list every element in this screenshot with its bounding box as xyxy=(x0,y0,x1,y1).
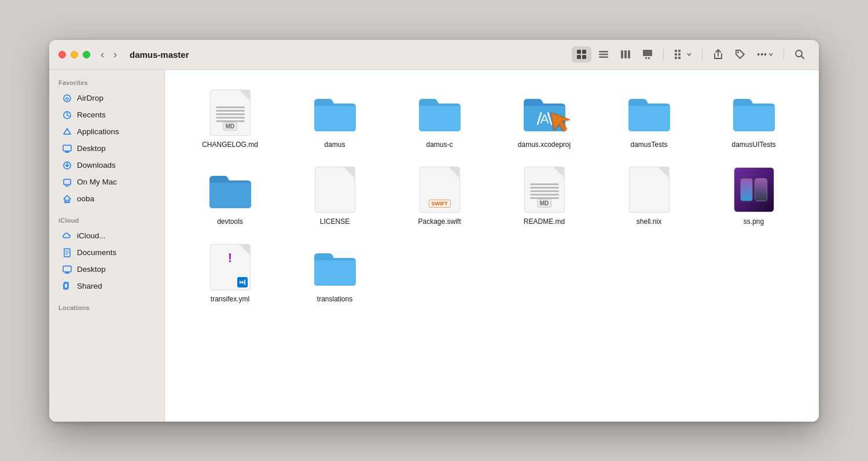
sidebar-item-onmymac[interactable]: On My Mac xyxy=(53,174,161,190)
file-item-package-swift[interactable]: SWIFT Package.swift xyxy=(392,161,487,233)
sidebar-item-icloud[interactable]: iCloud... xyxy=(53,228,161,244)
on-my-mac-icon xyxy=(62,177,72,187)
desktop-icloud-icon xyxy=(62,264,72,275)
sidebar-item-applications[interactable]: Applications xyxy=(53,124,161,140)
svg-marker-42 xyxy=(551,109,572,133)
svg-rect-4 xyxy=(599,51,608,53)
svg-rect-9 xyxy=(628,50,630,58)
file-icon-damus-c xyxy=(417,90,463,136)
file-label-license: LICENSE xyxy=(320,217,350,227)
titlebar: ‹ › damus-master xyxy=(49,40,819,70)
airdrop-label: AirDrop xyxy=(77,94,104,102)
file-item-damus-c[interactable]: damus-c xyxy=(392,84,487,156)
documents-label: Documents xyxy=(77,248,116,257)
share-button[interactable] xyxy=(708,46,728,62)
back-button[interactable]: ‹ xyxy=(97,48,108,61)
view-columns-button[interactable] xyxy=(616,46,635,62)
file-item-xcodeproj[interactable]: A damus.xcodeproj xyxy=(496,84,592,156)
group-button[interactable] xyxy=(670,46,696,62)
desktop-icloud-label: Desktop xyxy=(77,265,106,274)
file-item-ss-png[interactable]: ss.png xyxy=(706,161,801,233)
svg-rect-0 xyxy=(577,50,581,54)
file-label-damus-c: damus-c xyxy=(426,141,453,150)
folder-icon-damus-c xyxy=(418,93,462,132)
phone-frame-2 xyxy=(755,178,767,201)
file-icon-ss-png xyxy=(731,167,777,213)
sidebar-item-shared[interactable]: Shared xyxy=(53,278,161,294)
file-label-damus: damus xyxy=(324,141,345,150)
file-line xyxy=(530,190,559,192)
window-title: damus-master xyxy=(130,50,189,60)
file-line xyxy=(216,110,245,112)
close-button[interactable] xyxy=(58,51,66,58)
file-line xyxy=(216,117,245,119)
sidebar-item-documents[interactable]: Documents xyxy=(53,245,161,261)
tag-button[interactable] xyxy=(730,46,750,62)
sidebar: Favorites AirDrop Recents Applications xyxy=(49,70,165,422)
file-line xyxy=(530,183,559,185)
chevron-down-icon2 xyxy=(768,52,773,57)
file-item-damustests[interactable]: damusTests xyxy=(601,84,697,156)
screenshot-thumbnail xyxy=(734,167,774,212)
sidebar-item-desktop[interactable]: Desktop xyxy=(53,141,161,157)
documents-icon xyxy=(62,248,72,258)
file-item-readme[interactable]: MD README.md xyxy=(496,161,592,233)
shared-label: Shared xyxy=(77,282,102,290)
home-icon xyxy=(62,194,72,204)
svg-rect-2 xyxy=(577,55,581,59)
svg-point-19 xyxy=(737,51,739,53)
svg-rect-3 xyxy=(582,55,586,59)
file-label-readme: README.md xyxy=(524,217,565,227)
file-item-devtools[interactable]: devtools xyxy=(182,161,278,233)
view-icon-button[interactable] xyxy=(572,46,591,62)
file-item-license[interactable]: LICENSE xyxy=(287,161,382,233)
yaml-exclaim: ! xyxy=(228,252,232,264)
svg-rect-13 xyxy=(675,50,677,52)
sidebar-item-airdrop[interactable]: AirDrop xyxy=(53,90,161,106)
readme-file-lines xyxy=(530,173,559,199)
sidebar-item-desktop-icloud[interactable]: Desktop xyxy=(53,261,161,278)
minimize-button[interactable] xyxy=(71,51,78,58)
chevron-down-icon xyxy=(687,52,692,57)
group-icon xyxy=(674,49,686,60)
more-button[interactable]: ••• xyxy=(752,47,778,62)
file-icon-shell-nix xyxy=(626,167,672,213)
sidebar-item-recents[interactable]: Recents xyxy=(53,107,161,123)
separator3 xyxy=(784,49,784,60)
toolbar-buttons: ••• xyxy=(572,46,810,62)
search-button[interactable] xyxy=(790,46,810,62)
file-item-damusuitests[interactable]: damusUITests xyxy=(706,84,801,156)
swift-file-icon: SWIFT xyxy=(420,167,460,213)
file-item-transifex-yml[interactable]: ! transifex.yml xyxy=(182,238,278,310)
svg-rect-16 xyxy=(678,53,681,56)
view-gallery-button[interactable] xyxy=(638,46,657,62)
readme-md-icon: MD xyxy=(524,167,565,213)
folder-icon-damus xyxy=(313,93,357,132)
sidebar-item-ooba[interactable]: ooba xyxy=(53,191,161,207)
sidebar-item-downloads[interactable]: Downloads xyxy=(53,157,161,174)
grid-view-icon xyxy=(576,49,587,60)
downloads-icon xyxy=(62,160,72,171)
share-icon xyxy=(713,49,723,60)
folder-icon-translations xyxy=(313,248,357,287)
desktop-label: Desktop xyxy=(77,144,106,153)
file-item-shell-nix[interactable]: shell.nix xyxy=(601,161,697,233)
locations-header: Locations xyxy=(49,302,164,315)
ellipsis-icon: ••• xyxy=(757,50,767,59)
applications-icon xyxy=(62,127,72,137)
forward-button[interactable]: › xyxy=(110,48,120,61)
file-item-translations[interactable]: translations xyxy=(287,238,382,310)
svg-point-23 xyxy=(67,99,68,100)
file-label-shell-nix: shell.nix xyxy=(637,217,661,227)
recents-label: Recents xyxy=(77,110,106,119)
file-label-xcodeproj: damus.xcodeproj xyxy=(518,141,571,150)
file-item-damus[interactable]: damus xyxy=(287,84,382,156)
file-icon-translations xyxy=(312,244,358,290)
md-file-icon: MD xyxy=(210,90,251,136)
search-icon xyxy=(795,49,805,60)
airdrop-icon xyxy=(62,93,72,104)
shell-nix-icon xyxy=(629,167,670,213)
fullscreen-button[interactable] xyxy=(83,51,90,58)
file-item-changelog[interactable]: MD CHANGELOG.md xyxy=(182,84,278,156)
view-list-button[interactable] xyxy=(594,46,613,62)
